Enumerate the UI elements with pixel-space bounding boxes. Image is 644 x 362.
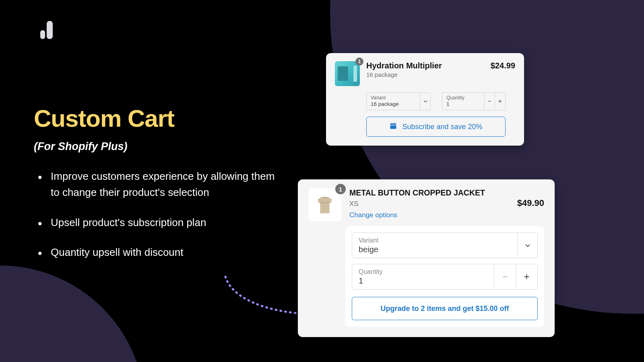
options-panel: Variant beige Quantity 1 − + Upgrade to … [345, 226, 544, 327]
brand-logo [40, 21, 53, 39]
product-subtitle: XS [349, 200, 513, 208]
quantity-badge: 1 [355, 58, 363, 66]
product-thumbnail [335, 61, 360, 86]
quantity-decrement[interactable]: − [484, 93, 495, 110]
page-subtitle: (For Shopify Plus) [34, 140, 275, 153]
feature-item: Upsell product's subscription plan [34, 214, 275, 230]
quantity-stepper[interactable]: Quantity 1 − + [352, 264, 538, 290]
variant-value: 16 package [371, 101, 399, 107]
product-subtitle: 16 package [366, 71, 487, 78]
quantity-decrement[interactable]: − [494, 264, 516, 289]
feature-list: Improve customers experience by allowing… [34, 168, 275, 260]
upgrade-label: Upgrade to 2 items and get $15.00 off [380, 304, 509, 313]
quantity-label: Quantity [446, 95, 464, 101]
chevron-down-icon [420, 93, 430, 110]
product-price: $24.99 [491, 61, 515, 70]
svg-rect-4 [390, 125, 396, 125]
page-title: Custom Cart [34, 105, 275, 132]
svg-rect-2 [392, 122, 392, 124]
feature-item: Improve customers experience by allowing… [34, 168, 275, 201]
svg-rect-3 [394, 122, 395, 124]
variant-label: Variant [359, 237, 516, 244]
quantity-increment[interactable]: + [495, 93, 505, 110]
upgrade-button[interactable]: Upgrade to 2 items and get $15.00 off [352, 297, 538, 320]
quantity-value: 1 [359, 276, 489, 286]
quantity-stepper[interactable]: Quantity 1 − + [442, 93, 506, 110]
quantity-badge: 1 [335, 184, 346, 194]
svg-rect-5 [320, 202, 329, 203]
quantity-label: Quantity [359, 268, 489, 276]
cart-item-card: 1 Hydration Multiplier 16 package $24.99… [326, 53, 524, 146]
chevron-down-icon [517, 233, 537, 258]
calendar-icon [389, 122, 397, 132]
variant-label: Variant [371, 95, 399, 101]
quantity-value: 1 [446, 101, 464, 107]
product-price: $49.90 [517, 198, 544, 221]
product-name: Hydration Multiplier [366, 61, 487, 70]
variant-select[interactable]: Variant beige [352, 232, 538, 258]
cart-item-card: 1 METAL BUTTON CROPPED JACKET XS Change … [298, 179, 555, 337]
quantity-increment[interactable]: + [516, 264, 537, 289]
product-thumbnail [308, 188, 341, 221]
subscribe-button[interactable]: Subscribe and save 20% [366, 117, 506, 137]
decorative-arc-bottom-left [0, 265, 145, 362]
feature-item: Quantity upsell with discount [34, 244, 275, 260]
variant-select[interactable]: Variant 16 package [366, 93, 431, 110]
subscribe-label: Subscribe and save 20% [402, 123, 482, 131]
change-options-link[interactable]: Change options [349, 211, 513, 219]
variant-value: beige [359, 245, 516, 254]
product-name: METAL BUTTON CROPPED JACKET [349, 188, 513, 197]
